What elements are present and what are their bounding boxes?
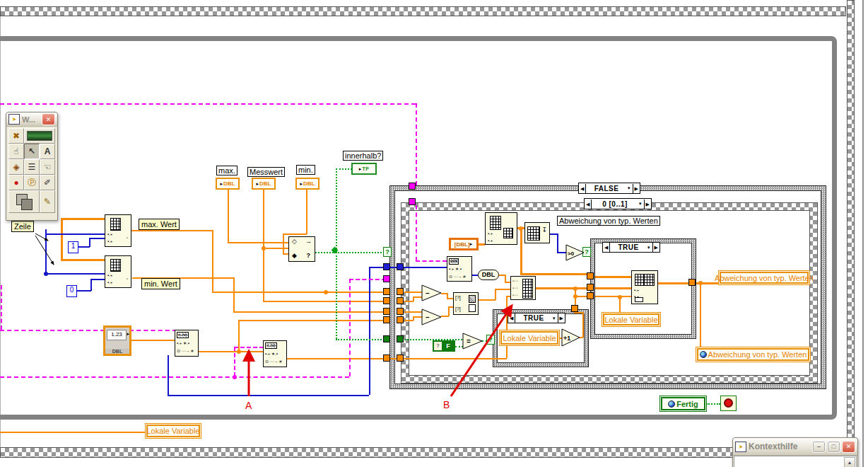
terminal-innerhalb-tf[interactable]: ▸TF [351,163,377,175]
wire-o-h[interactable] [131,340,175,341]
constant-one[interactable]: 1 [68,241,78,253]
selector-dropdown-icon[interactable]: ▼ [552,316,558,321]
wire-g-v[interactable] [336,168,337,252]
wire-o-h[interactable] [595,296,631,297]
local-variable-bottom[interactable]: Lokale Variable [145,423,201,439]
close-icon[interactable]: ✕ [42,113,55,125]
wire-a-h[interactable] [657,282,688,284]
paint-tool-button[interactable]: ✎ [40,190,55,213]
loop-stop-terminal[interactable] [720,396,737,411]
wire-a-h[interactable] [595,287,631,289]
wire-b-h[interactable] [78,246,90,248]
wire-m-v[interactable] [416,103,417,185]
build-array-node[interactable]: ▫⋯ ▫⋯ ▫⋯ [510,276,536,300]
wire-o-h[interactable] [477,299,495,301]
sequence-selector[interactable]: ◀ 0 [0..1] ▼ ▶ [584,198,652,209]
wire-o-h[interactable] [212,292,385,293]
wire-o-v[interactable] [233,277,235,312]
wire-o-h[interactable] [199,351,264,352]
numeric-value[interactable]: 1.23 [107,330,127,340]
wire-o-v[interactable] [700,282,701,347]
wire-o-v[interactable] [283,233,284,254]
wire-o-v[interactable] [582,312,584,338]
selector-prev-icon[interactable]: ◀ [579,184,586,193]
index-array-node-case[interactable]: ▪.+ ▪.+ [485,212,517,245]
outer-sequence-right-border[interactable] [847,0,855,467]
wire-b-v[interactable] [168,355,169,395]
wire-o-h[interactable] [404,358,507,359]
position-select-tool-button[interactable]: ↖ [24,144,40,159]
get-color-tool-button[interactable]: ✐ [40,175,55,190]
wire-m-v[interactable] [1,285,2,330]
global-variable-fertig[interactable]: Fertig [659,396,707,412]
context-help-titlebar[interactable]: ➤ Kontexthilfe – □ ✕ [733,438,857,456]
increment-node[interactable]: +1 [561,328,581,347]
wire-m-v[interactable] [349,279,351,376]
wire-b-v[interactable] [369,267,370,395]
wire-o-h[interactable] [495,289,511,290]
local-variable-inner-left[interactable]: Lokale Variable [499,330,560,346]
connect-wire-tool-button[interactable]: ◈ [8,159,24,175]
wire-a-h[interactable] [61,218,107,220]
local-variable-inner-right[interactable]: Lokale Variable [602,312,661,327]
in-range-coerce-node[interactable]: ◇ → ◆ ? [288,236,315,262]
tools-palette-window[interactable]: ➤ W... ✕ ✖ ☝ ↖ A ◈ ☰ ☜ ● Ⓟ ✐ [6,112,58,221]
selector-dropdown-icon[interactable]: ▼ [627,186,633,190]
selector-next-icon[interactable]: ▶ [644,200,651,209]
wire-o-h[interactable] [130,230,213,231]
wire-a-h[interactable] [61,259,107,261]
wire-g-h[interactable] [336,168,352,170]
operate-value-tool-button[interactable]: ☝ [8,144,24,159]
wire-o-h[interactable] [263,248,288,249]
selector-prev-icon[interactable]: ◀ [508,313,515,323]
constant-zero[interactable]: 0 [66,285,77,297]
wire-o-h[interactable] [233,311,385,313]
wire-g-h[interactable] [706,403,720,405]
wire-g-v[interactable] [336,252,337,339]
wire-b-h[interactable] [369,267,447,268]
wire-o-v[interactable] [506,296,508,358]
object-menu-tool-button[interactable]: ☰ [24,159,40,175]
wire-o-v[interactable] [306,189,307,234]
wire-a-v[interactable] [520,229,522,273]
wire-o-v[interactable] [263,248,264,302]
scroll-up-button[interactable]: ▲ [844,457,855,467]
wire-o-v[interactable] [495,289,496,300]
case-selector-true-right[interactable]: ◀ TRUE ▼ ▶ [602,242,660,253]
probe-tool-button[interactable]: Ⓟ [24,175,40,190]
string-to-number-node-2[interactable]: n.nn ▪.+ ∗.▪ ⊙ ⋯→ # [263,340,287,367]
wire-b-v[interactable] [45,229,47,274]
terminal-max-dbl[interactable]: ▸DBL [216,178,240,190]
scroll-window-tool-button[interactable]: ☜ [40,159,55,175]
outer-sequence-bottom-border[interactable] [0,447,846,458]
wire-m-h[interactable] [0,376,349,378]
selector-next-icon[interactable]: ▶ [652,243,659,252]
wire-b-h[interactable] [90,279,105,280]
context-help-window[interactable]: ➤ Kontexthilfe – □ ✕ ▲ [732,437,858,467]
index-array-node-1[interactable]: ▪.+ ▪.+ ▫ [105,214,131,247]
wire-o-v[interactable] [212,230,213,292]
automatic-tool-button[interactable]: ✖ [8,128,24,144]
wire-o-h[interactable] [0,432,145,433]
greater-than-zero-node[interactable]: >0 [565,244,585,261]
minimize-icon[interactable]: – [812,441,826,453]
wire-m-h[interactable] [349,279,386,280]
close-icon[interactable]: ✕ [842,441,855,453]
number-to-string-node[interactable]: 999 ▪.+ ∗.▪ ⊙ ⋯→ # [447,256,472,282]
selector-dropdown-icon[interactable]: ▼ [647,246,652,250]
set-color-tool-button[interactable] [8,190,40,213]
edit-text-tool-button[interactable]: A [40,144,55,159]
wire-b-h[interactable] [168,395,369,396]
replace-array-subset-node[interactable]: ▪.+ ▪.+ [631,270,658,304]
wire-a-h[interactable] [520,273,590,275]
wire-o-v[interactable] [448,307,450,316]
numeric-control-dbl[interactable]: 1.23 ▸ DBL [103,325,131,356]
case-selector-false[interactable]: ◀ FALSE ▼ ▶ [578,183,640,194]
wire-m-v[interactable] [416,205,417,261]
to-double-conversion-node[interactable]: DBL [478,270,499,280]
local-variable-abweichung[interactable]: Abweichung von typ. Werten [718,270,810,285]
wire-a-v[interactable] [61,218,63,260]
equals-node[interactable]: = [462,333,483,350]
wire-o-v[interactable] [263,189,264,248]
wire-o-h[interactable] [263,301,385,302]
